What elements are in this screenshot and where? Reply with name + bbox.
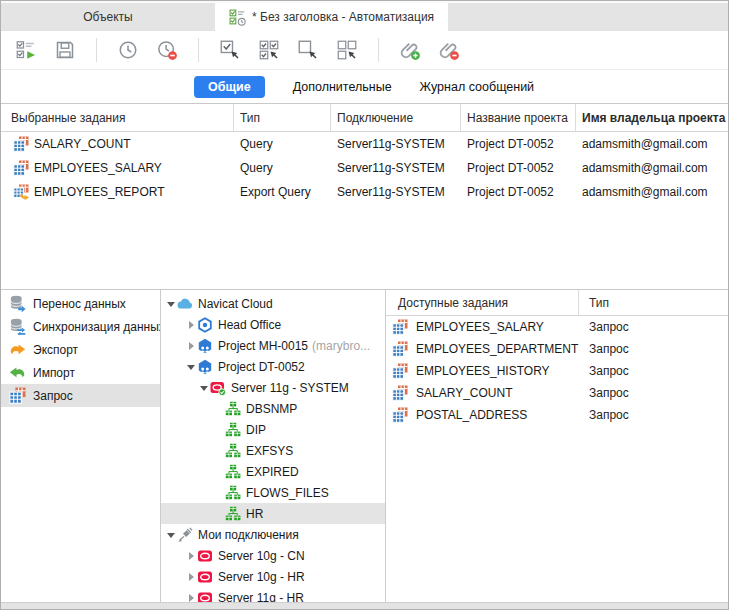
chevron-expanded-icon[interactable]: [184, 360, 197, 374]
chevron-collapsed-icon[interactable]: [184, 321, 197, 329]
query-icon: [13, 136, 29, 152]
toolbar-separator: [198, 38, 199, 62]
select-task-icon: [220, 40, 240, 60]
sidebar-item-label: Перенос данных: [33, 297, 126, 311]
table-row[interactable]: SALARY_COUNT Query Server11g-SYSTEM Proj…: [1, 132, 728, 156]
tree-item-server-11g-hr[interactable]: Server 11g - HR: [161, 587, 385, 602]
table-row[interactable]: EMPLOYEES_SALARY Query Server11g-SYSTEM …: [1, 156, 728, 180]
task-connection: Server11g-SYSTEM: [331, 137, 461, 151]
available-task-type: Запрос: [579, 364, 728, 378]
toolbar-separator: [96, 38, 97, 62]
tree-item-label: Server 11g - SYSTEM: [231, 381, 349, 395]
list-item[interactable]: EMPLOYEES_HISTORY Запрос: [386, 360, 728, 382]
available-task-name: EMPLOYEES_HISTORY: [416, 364, 550, 378]
tree-item-schema-exfsys[interactable]: EXFSYS: [161, 440, 385, 461]
tab-advanced[interactable]: Дополнительные: [293, 80, 392, 94]
remove-attachment-button[interactable]: [434, 35, 464, 65]
oracle-server-icon: [197, 548, 213, 564]
tree-item-label: Server 11g - HR: [218, 591, 304, 603]
tree-item-server-11g-system[interactable]: Server 11g - SYSTEM: [161, 377, 385, 398]
tab-objects[interactable]: Объекты: [1, 3, 215, 31]
oracle-connected-icon: [210, 380, 226, 396]
chevron-expanded-icon[interactable]: [164, 297, 177, 311]
column-header-type[interactable]: Тип: [579, 290, 728, 315]
tree-item-project-dt-0052[interactable]: Project DT-0052: [161, 356, 385, 377]
select-task-button[interactable]: [215, 35, 245, 65]
chevron-expanded-icon[interactable]: [197, 381, 210, 395]
sidebar-item-export[interactable]: Экспорт: [1, 338, 160, 361]
add-attachment-icon: [400, 40, 420, 60]
deselect-task-button[interactable]: [293, 35, 323, 65]
task-type-sidebar: Перенос данных Синхронизация данных Эксп…: [1, 290, 161, 602]
column-header-type[interactable]: Тип: [234, 104, 331, 131]
tree-item-server-10g-hr[interactable]: Server 10g - HR: [161, 566, 385, 587]
query-icon: [392, 407, 408, 423]
chevron-collapsed-icon[interactable]: [184, 594, 197, 602]
column-header-project-name[interactable]: Название проекта: [461, 104, 576, 131]
automation-checklist-clock-icon: [229, 9, 246, 26]
sidebar-item-data-transfer[interactable]: Перенос данных: [1, 292, 160, 315]
cloud-icon: [177, 296, 193, 312]
list-item[interactable]: EMPLOYEES_DEPARTMENT Запрос: [386, 338, 728, 360]
tree-item-schema-dip[interactable]: DIP: [161, 419, 385, 440]
delete-schedule-button[interactable]: [152, 35, 182, 65]
list-item[interactable]: POSTAL_ADDRESS Запрос: [386, 404, 728, 426]
chevron-collapsed-icon[interactable]: [184, 573, 197, 581]
window-bottom-edge: [1, 602, 728, 609]
data-sync-icon: [9, 318, 26, 335]
tree-item-label: HR: [246, 507, 263, 521]
schedule-clock-icon: [118, 40, 138, 60]
tree-item-label: Head Office: [218, 318, 281, 332]
column-header-connection[interactable]: Подключение: [331, 104, 461, 131]
tree-item-navicat-cloud[interactable]: Navicat Cloud: [161, 293, 385, 314]
sidebar-item-data-sync[interactable]: Синхронизация данных: [1, 315, 160, 338]
tree-item-schema-expired[interactable]: EXPIRED: [161, 461, 385, 482]
available-task-name: POSTAL_ADDRESS: [416, 408, 527, 422]
tab-general[interactable]: Общие: [194, 76, 265, 98]
task-connection: Server11g-SYSTEM: [331, 185, 461, 199]
tree-item-schema-hr[interactable]: HR: [161, 503, 385, 524]
deselect-all-tasks-button[interactable]: [332, 35, 362, 65]
tree-item-my-connections[interactable]: Мои подключения: [161, 524, 385, 545]
task-type: Query: [234, 137, 331, 151]
column-header-selected-tasks[interactable]: Выбранные задания: [1, 104, 234, 131]
table-row[interactable]: EMPLOYEES_REPORT Export Query Server11g-…: [1, 180, 728, 204]
available-task-name: EMPLOYEES_DEPARTMENT: [416, 342, 578, 356]
save-button[interactable]: [50, 35, 80, 65]
select-all-tasks-button[interactable]: [254, 35, 284, 65]
navicat-automation-window: Объекты * Без заголовка - Автоматизация …: [0, 0, 729, 610]
delete-schedule-icon: [157, 40, 177, 60]
task-owner: adamsmith@gmail.com: [576, 161, 728, 175]
chevron-collapsed-icon[interactable]: [184, 552, 197, 560]
task-project: Project DT-0052: [461, 161, 576, 175]
chevron-expanded-icon[interactable]: [164, 528, 177, 542]
tree-item-owner-hint: (marybro...: [312, 339, 370, 353]
tab-automation[interactable]: * Без заголовка - Автоматизация: [215, 3, 448, 31]
oracle-server-icon: [197, 590, 213, 603]
available-tasks-pane: Доступные задания Тип EMPLOYEES_SALARY З…: [386, 290, 728, 602]
tab-message-log[interactable]: Журнал сообщений: [420, 80, 535, 94]
tree-item-label: FLOWS_FILES: [246, 486, 329, 500]
toolbar-separator: [378, 38, 379, 62]
tree-item-head-office[interactable]: Head Office: [161, 314, 385, 335]
column-header-project-owner[interactable]: Имя владельца проекта: [576, 104, 728, 131]
table-empty-area: [1, 204, 728, 289]
tree-item-schema-dbsnmp[interactable]: DBSNMP: [161, 398, 385, 419]
run-task-icon: [16, 40, 36, 60]
sidebar-item-query[interactable]: Запрос: [1, 384, 160, 407]
task-type: Export Query: [234, 185, 331, 199]
tree-item-label: Navicat Cloud: [198, 297, 273, 311]
tree-item-project-mh-0015[interactable]: Project MH-0015 (marybro...: [161, 335, 385, 356]
list-item[interactable]: SALARY_COUNT Запрос: [386, 382, 728, 404]
chevron-collapsed-icon[interactable]: [184, 342, 197, 350]
connections-plug-icon: [177, 527, 193, 543]
add-attachment-button[interactable]: [395, 35, 425, 65]
run-task-button[interactable]: [11, 35, 41, 65]
sidebar-item-import[interactable]: Импорт: [1, 361, 160, 384]
tree-item-server-10g-cn[interactable]: Server 10g - CN: [161, 545, 385, 566]
set-schedule-button[interactable]: [113, 35, 143, 65]
available-task-name: SALARY_COUNT: [416, 386, 512, 400]
column-header-available-tasks[interactable]: Доступные задания: [386, 290, 579, 315]
list-item[interactable]: EMPLOYEES_SALARY Запрос: [386, 316, 728, 338]
tree-item-schema-flows-files[interactable]: FLOWS_FILES: [161, 482, 385, 503]
